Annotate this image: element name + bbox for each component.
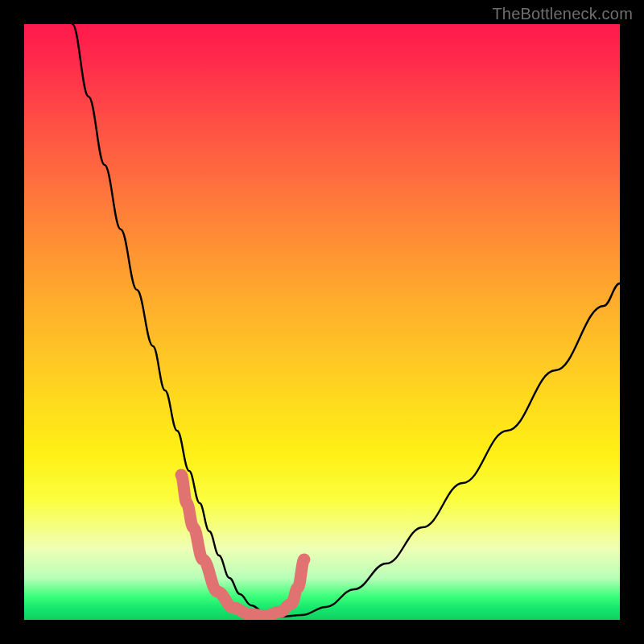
chart-frame: TheBottleneck.com bbox=[0, 0, 644, 644]
watermark-text: TheBottleneck.com bbox=[492, 5, 633, 23]
plot-area bbox=[24, 24, 620, 620]
curve-layer bbox=[24, 24, 620, 620]
bottleneck-curve bbox=[72, 24, 620, 617]
